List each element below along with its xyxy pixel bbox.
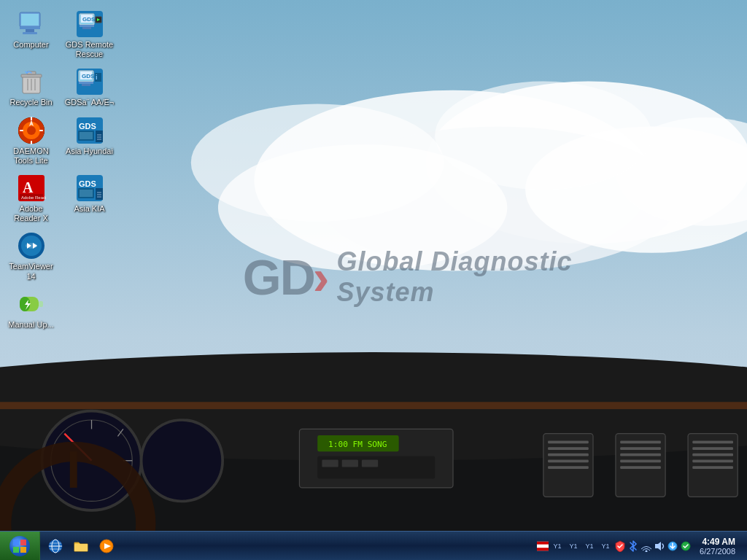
- svg-rect-43: [692, 447, 733, 450]
- svg-rect-37: [620, 447, 661, 450]
- svg-point-74: [27, 126, 36, 135]
- svg-rect-56: [80, 25, 94, 27]
- svg-rect-42: [692, 440, 733, 443]
- flag-tray-icon[interactable]: [537, 540, 549, 552]
- antivirus-tray-icon[interactable]: [680, 540, 692, 552]
- svg-rect-51: [23, 32, 37, 34]
- svg-text:GDS: GDS: [82, 16, 96, 23]
- icon-gds-aa-label: GDSa¨ AA/E¬: [65, 98, 115, 107]
- taskbar-quick-launch: [40, 532, 531, 560]
- svg-rect-86: [80, 190, 93, 197]
- svg-rect-46: [692, 466, 733, 469]
- svg-rect-78: [80, 132, 93, 139]
- svg-rect-59: [21, 74, 42, 77]
- desktop-icon-area: Computer GDS GDS Remote Rescue: [4, 7, 117, 332]
- svg-rect-105: [537, 541, 549, 544]
- svg-rect-101: [74, 544, 88, 551]
- icon-gds-remote-rescue[interactable]: GDS GDS Remote Rescue: [62, 7, 117, 61]
- icon-daemon-label: DAEMON Tools Lite: [6, 147, 56, 166]
- svg-rect-50: [26, 29, 34, 32]
- svg-rect-38: [620, 454, 661, 456]
- media-player-icon: [98, 538, 115, 554]
- svg-rect-30: [548, 440, 589, 443]
- svg-rect-68: [79, 82, 93, 84]
- svg-rect-36: [620, 440, 661, 443]
- svg-text:Adobe Reader X: Adobe Reader X: [21, 195, 46, 200]
- icon-daemon-tools[interactable]: DAEMON Tools Lite: [4, 114, 58, 168]
- taskbar-ie-button[interactable]: [44, 535, 67, 557]
- svg-rect-31: [548, 447, 589, 450]
- ie-icon: [47, 538, 63, 554]
- system-tray: Y1 Y1 Y1 Y1: [531, 532, 747, 560]
- icon-teamviewer-label: TeamViewer 14: [6, 262, 56, 281]
- svg-rect-26: [362, 460, 378, 467]
- svg-rect-69: [82, 84, 90, 86]
- svg-rect-91: [39, 301, 43, 307]
- clock-date: 6/27/2008: [700, 547, 735, 556]
- svg-rect-39: [620, 460, 661, 463]
- svg-rect-44: [692, 454, 733, 456]
- update-tray-icon[interactable]: [667, 540, 678, 552]
- gds-logo: GD: [243, 252, 314, 302]
- icon-computer[interactable]: Computer: [4, 7, 58, 61]
- security-tray-icon[interactable]: [614, 540, 626, 552]
- svg-rect-33: [548, 460, 589, 463]
- tray-icon-group: Y1 Y1 Y1 Y1: [537, 540, 692, 552]
- icon-teamviewer[interactable]: TeamViewer 14: [4, 229, 58, 283]
- svg-point-108: [646, 550, 648, 552]
- svg-rect-34: [548, 466, 589, 469]
- icon-gds-aa[interactable]: GDS i GDSa¨ AA/E¬: [62, 65, 117, 109]
- icon-computer-label: Computer: [13, 40, 48, 50]
- icon-manual-update[interactable]: Manual Up...: [4, 287, 58, 332]
- gds-tagline: Global Diagnostic System: [336, 246, 578, 308]
- start-button[interactable]: [0, 532, 40, 561]
- taskbar-folder-button[interactable]: [69, 535, 93, 557]
- svg-rect-12: [0, 402, 747, 409]
- signal-tray-icon[interactable]: [640, 540, 652, 552]
- icon-manual-update-label: Manual Up...: [8, 320, 53, 330]
- svg-rect-48: [21, 14, 39, 26]
- lang-tray-icon-3[interactable]: Y1: [582, 540, 597, 552]
- svg-point-7: [435, 81, 651, 190]
- svg-rect-25: [342, 460, 358, 467]
- icon-adobe-reader[interactable]: A Adobe Reader X Adobe Reader X: [4, 171, 58, 225]
- svg-rect-92: [13, 540, 19, 545]
- icon-gds-remote-label: GDS Remote Rescue: [64, 40, 115, 59]
- gds-arrow-icon: ›: [313, 252, 330, 302]
- taskbar-media-button[interactable]: [95, 535, 118, 557]
- volume-tray-icon[interactable]: [654, 540, 665, 552]
- svg-rect-49: [20, 27, 40, 29]
- svg-text:GDS: GDS: [79, 179, 96, 188]
- svg-rect-40: [620, 466, 661, 469]
- svg-marker-109: [655, 542, 661, 551]
- svg-rect-45: [692, 460, 733, 463]
- svg-text:1:00 FM SONG: 1:00 FM SONG: [328, 440, 387, 449]
- bluetooth-tray-icon[interactable]: [627, 540, 639, 552]
- svg-rect-32: [548, 454, 589, 456]
- icon-asia-hyundai-label: Asia Hyundai: [66, 147, 113, 156]
- svg-rect-94: [13, 547, 19, 553]
- lang-tray-icon-4[interactable]: Y1: [598, 540, 613, 552]
- lang-tray-icon-1[interactable]: Y1: [550, 540, 565, 552]
- clock-time: 4:49 AM: [702, 537, 735, 547]
- folder-icon: [73, 538, 89, 554]
- lang-tray-icon-2[interactable]: Y1: [566, 540, 581, 552]
- svg-text:GDS: GDS: [79, 122, 96, 131]
- svg-rect-95: [20, 547, 26, 553]
- icon-asia-hyundai[interactable]: GDS Asia Hyundai: [62, 114, 117, 168]
- icon-recycle-bin[interactable]: Recycle Bin: [4, 65, 58, 109]
- svg-rect-93: [20, 540, 26, 545]
- icon-adobe-label: Adobe Reader X: [6, 204, 56, 223]
- svg-point-8: [191, 104, 444, 221]
- taskbar: Y1 Y1 Y1 Y1: [0, 531, 747, 560]
- icon-asia-kia-label: Asia KIA: [74, 204, 104, 214]
- system-clock[interactable]: 4:49 AM 6/27/2008: [694, 537, 741, 556]
- windows-orb-icon: [9, 536, 30, 556]
- gds-watermark: GD › Global Diagnostic System: [243, 246, 579, 308]
- svg-text:A: A: [23, 179, 34, 195]
- svg-rect-57: [82, 27, 91, 29]
- svg-rect-106: [537, 544, 549, 547]
- icon-asia-kia[interactable]: GDS Asia KIA: [62, 171, 117, 225]
- svg-rect-24: [322, 460, 338, 467]
- desktop: 1:00 FM SONG GD › G: [0, 0, 747, 560]
